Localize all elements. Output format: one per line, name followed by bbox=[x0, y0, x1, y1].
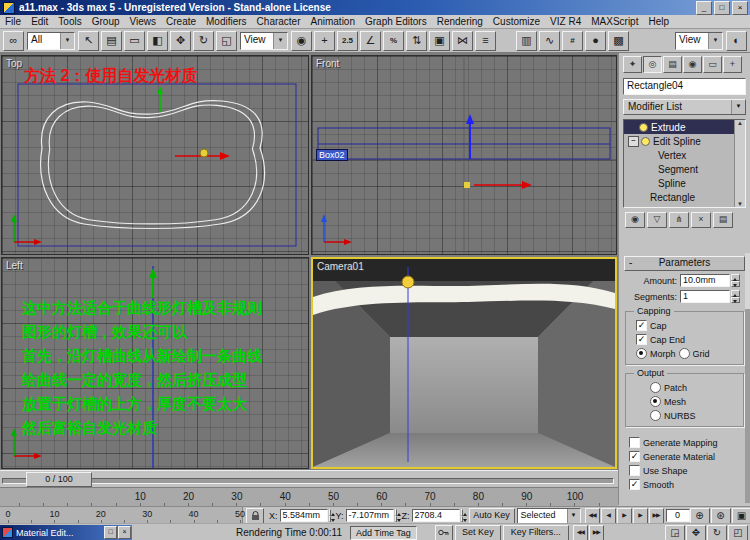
select-object-icon[interactable]: ↖ bbox=[78, 31, 99, 51]
grid-radio[interactable] bbox=[679, 348, 690, 359]
viewport-camera[interactable]: Camera01 bbox=[311, 257, 617, 469]
min-max-toggle-icon[interactable]: ◰ bbox=[728, 525, 748, 540]
selected-filter-dropdown[interactable]: Selected ▼ bbox=[517, 508, 581, 524]
tab-display-icon[interactable]: ▭ bbox=[703, 56, 722, 73]
show-end-result-button[interactable]: ▽ bbox=[647, 212, 667, 228]
menu-graph-editors[interactable]: Graph Editors bbox=[360, 16, 432, 27]
stack-item-segment[interactable]: Segment bbox=[624, 162, 734, 176]
maximize-button[interactable]: □ bbox=[714, 1, 730, 15]
x-spinner[interactable] bbox=[329, 509, 331, 522]
select-and-link-icon[interactable]: ∞ bbox=[3, 31, 24, 51]
quick-render-icon[interactable]: ◐ bbox=[726, 31, 747, 51]
z-spinner[interactable] bbox=[461, 509, 463, 522]
select-by-name-icon[interactable]: ▤ bbox=[101, 31, 122, 51]
pan-icon[interactable]: ✥ bbox=[686, 525, 706, 540]
generate-mapping-checkbox[interactable] bbox=[629, 437, 640, 448]
dropdown-arrow-icon[interactable]: ▼ bbox=[273, 33, 287, 49]
menu-modifiers[interactable]: Modifiers bbox=[201, 16, 252, 27]
stack-scrollbar[interactable]: ▲ ▼ bbox=[734, 120, 745, 207]
menu-edit[interactable]: Edit bbox=[26, 16, 53, 27]
viewport-left-label[interactable]: Left bbox=[6, 260, 23, 271]
next-key-button[interactable]: ▶▶ bbox=[589, 525, 604, 540]
viewport-front[interactable]: Front Box02 bbox=[311, 55, 617, 255]
spinner-snap-icon[interactable]: ⇅ bbox=[406, 31, 427, 51]
region-zoom-icon[interactable]: ◲ bbox=[665, 525, 685, 540]
set-key-mode-button[interactable] bbox=[435, 525, 453, 540]
material-restore-button[interactable]: □ bbox=[104, 526, 117, 539]
menu-group[interactable]: Group bbox=[87, 16, 125, 27]
minimize-button[interactable]: _ bbox=[696, 1, 712, 15]
stack-item-vertex[interactable]: Vertex bbox=[624, 148, 734, 162]
cap-checkbox[interactable]: ✓ bbox=[636, 320, 647, 331]
panel-scrollbar[interactable] bbox=[745, 253, 750, 503]
dropdown-arrow-icon[interactable]: ▼ bbox=[567, 509, 580, 523]
render-type-dropdown[interactable]: View▼ bbox=[675, 32, 723, 50]
window-crossing-icon[interactable]: ◧ bbox=[147, 31, 168, 51]
percent-snap-icon[interactable]: % bbox=[383, 31, 404, 51]
material-editor-icon[interactable]: ● bbox=[585, 31, 606, 51]
menu-help[interactable]: Help bbox=[643, 16, 674, 27]
mesh-radio[interactable] bbox=[650, 396, 661, 407]
select-manipulate-icon[interactable]: + bbox=[314, 31, 335, 51]
tab-create-icon[interactable]: ✦ bbox=[623, 56, 642, 73]
generate-material-checkbox[interactable]: ✓ bbox=[629, 451, 640, 462]
prev-key-button[interactable]: ◀◀ bbox=[573, 525, 588, 540]
time-slider-handle[interactable]: 0 / 100 bbox=[26, 472, 92, 487]
use-shape-checkbox[interactable] bbox=[629, 465, 640, 476]
y-spinner[interactable] bbox=[395, 509, 397, 522]
menu-maxscript[interactable]: MAXScript bbox=[586, 16, 643, 27]
menu-create[interactable]: Create bbox=[161, 16, 201, 27]
stack-item-extrude[interactable]: Extrude bbox=[624, 120, 734, 134]
menu-customize[interactable]: Customize bbox=[488, 16, 545, 27]
arc-rotate-icon[interactable]: ↻ bbox=[707, 525, 727, 540]
close-button[interactable]: × bbox=[732, 1, 748, 15]
y-coordinate-field[interactable]: -7.107mm bbox=[346, 509, 394, 522]
play-button[interactable]: ▶ bbox=[617, 508, 632, 524]
zoom-icon[interactable]: ⊕ bbox=[690, 508, 710, 524]
dropdown-arrow-icon[interactable]: ▼ bbox=[708, 33, 722, 49]
scroll-up-icon[interactable]: ▲ bbox=[735, 120, 745, 126]
object-name-field[interactable]: Rectangle04 bbox=[623, 78, 746, 95]
tab-modify-icon[interactable]: ◎ bbox=[643, 56, 662, 73]
stack-item-edit-spline[interactable]: −Edit Spline bbox=[624, 134, 734, 148]
mirror-icon[interactable]: ⋈ bbox=[452, 31, 473, 51]
pin-stack-button[interactable]: ◉ bbox=[625, 212, 645, 228]
modifier-list-dropdown[interactable]: Modifier List ▼ bbox=[623, 99, 746, 115]
use-pivot-center-icon[interactable]: ◉ bbox=[291, 31, 312, 51]
z-coordinate-field[interactable]: 2708.4 bbox=[412, 509, 460, 522]
material-editor-taskbar[interactable]: Material Edit... □ × bbox=[0, 525, 132, 540]
auto-key-button[interactable]: Auto Key bbox=[469, 508, 515, 524]
zoom-extents-icon[interactable]: ▣ bbox=[732, 508, 750, 524]
reference-coordinate-dropdown[interactable]: View▼ bbox=[240, 32, 288, 50]
viewport-camera-label[interactable]: Camera01 bbox=[317, 261, 364, 272]
viewport-front-label[interactable]: Front bbox=[316, 58, 339, 69]
tab-motion-icon[interactable]: ◉ bbox=[683, 56, 702, 73]
go-start-button[interactable]: ◀◀ bbox=[585, 508, 600, 524]
viewport-top[interactable]: Top 方法 2：使用自发光材质 bbox=[1, 55, 309, 255]
nurbs-radio[interactable] bbox=[650, 410, 661, 421]
key-filters-button[interactable]: Key Filters... bbox=[503, 525, 569, 540]
viewport-left[interactable]: Left 这中方法适合于曲线形灯槽及非规则图形的灯槽，效果还可以首先，沿灯槽曲线… bbox=[1, 257, 309, 469]
select-rotate-icon[interactable]: ↻ bbox=[193, 31, 214, 51]
amount-field[interactable]: 10.0mm bbox=[680, 274, 730, 287]
align-icon[interactable]: ≡ bbox=[475, 31, 496, 51]
prev-frame-button[interactable]: ◀ bbox=[601, 508, 616, 524]
time-slider[interactable]: 0 / 100 bbox=[0, 470, 618, 488]
render-scene-icon[interactable]: ▩ bbox=[608, 31, 629, 51]
menu-rendering[interactable]: Rendering bbox=[432, 16, 488, 27]
menu-character[interactable]: Character bbox=[252, 16, 306, 27]
dropdown-arrow-icon[interactable]: ▼ bbox=[731, 100, 745, 114]
selection-filter-dropdown[interactable]: All▼ bbox=[27, 32, 75, 50]
rectangular-region-icon[interactable]: ▭ bbox=[124, 31, 145, 51]
patch-radio[interactable] bbox=[650, 382, 661, 393]
menu-animation[interactable]: Animation bbox=[306, 16, 360, 27]
segments-field[interactable]: 1 bbox=[680, 290, 730, 303]
named-selection-icon[interactable]: ▣ bbox=[429, 31, 450, 51]
track-bar[interactable]: 102030405060708090100 bbox=[0, 487, 618, 507]
zoom-all-icon[interactable]: ⊛ bbox=[711, 508, 731, 524]
x-coordinate-field[interactable]: 5.584mm bbox=[280, 509, 328, 522]
viewport-top-label[interactable]: Top bbox=[6, 58, 22, 69]
set-key-button[interactable]: Set Key bbox=[455, 525, 501, 540]
next-frame-button[interactable]: ▶ bbox=[633, 508, 648, 524]
menu-views[interactable]: Views bbox=[125, 16, 162, 27]
